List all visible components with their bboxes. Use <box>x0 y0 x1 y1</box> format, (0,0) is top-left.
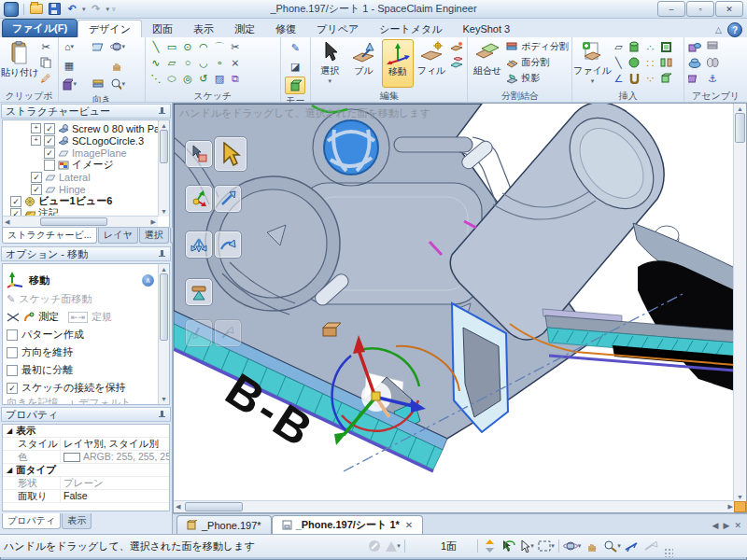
insert-line-icon[interactable]: ╲ <box>611 55 626 70</box>
properties-panel-header[interactable]: プロパティ <box>1 407 171 422</box>
tab-repair[interactable]: 修復 <box>265 21 306 37</box>
select-cursor-mini-button[interactable] <box>214 136 247 172</box>
insert-plane-icon[interactable]: ▱ <box>611 39 626 54</box>
structure-vertical-scrollbar[interactable]: ▲ ▼ <box>158 120 169 217</box>
tab-measure[interactable]: 測定 <box>224 21 265 37</box>
project-button[interactable]: 投影 <box>506 71 569 86</box>
tab-layers[interactable]: レイヤ <box>98 228 138 244</box>
doc-tab-sheet[interactable]: _Phone.197/シート 1* ✕ <box>272 515 424 534</box>
assembly-align-icon[interactable] <box>687 39 702 54</box>
tree-row[interactable]: ✓ ビュー1ビュー6 <box>3 195 158 207</box>
tree-row[interactable]: +✓ SCLogoCircle.3 <box>3 134 158 147</box>
property-row-chamfer[interactable]: 面取り False <box>3 490 169 503</box>
property-row-color[interactable]: 色 ARGB: 255, 255, 25 <box>3 451 169 464</box>
replace-face-icon[interactable] <box>449 39 464 54</box>
scrollbar-thumb[interactable] <box>40 217 107 226</box>
tab-display-props[interactable]: 表示 <box>62 513 92 529</box>
copy-icon[interactable] <box>38 55 53 70</box>
tab-keyshot[interactable]: KeyShot 3 <box>452 21 520 37</box>
tree-row[interactable]: ✓ Lateral <box>3 171 158 183</box>
tab-display[interactable]: 表示 <box>183 21 224 37</box>
pan-view-icon[interactable] <box>585 539 599 553</box>
scrollbar-thumb[interactable] <box>185 502 243 511</box>
sketch-trim-icon[interactable]: ✂ <box>228 39 243 54</box>
zoom-tool-icon[interactable]: ▾ <box>110 77 125 91</box>
scrollbar-thumb[interactable] <box>735 113 745 143</box>
option-remember-orientation[interactable]: 向きを記憶 ↓ デフォルト <box>3 397 158 404</box>
sketch-mode-button[interactable]: ✎ <box>285 39 305 57</box>
3d-box-icon[interactable]: ▾ <box>62 77 77 91</box>
doc-tab-model[interactable]: _Phone.197* <box>176 515 272 534</box>
fulcrum-mini-button[interactable] <box>185 278 213 306</box>
option-keep-sketch-connect[interactable]: ✓スケッチの接続を保持 <box>3 379 158 397</box>
pan-tool-icon[interactable] <box>110 58 125 73</box>
tab-design[interactable]: デザイン <box>78 20 142 37</box>
sketch-face-move-option[interactable]: ✎ スケッチ面移動 <box>3 290 158 308</box>
tab-list-close-icon[interactable]: ✕ <box>734 521 741 530</box>
cut-icon[interactable]: ✂ <box>38 39 53 54</box>
solid-mode-button[interactable] <box>285 77 305 94</box>
split-body-button[interactable]: ボディ分割 <box>506 39 569 54</box>
scrollbar-thumb[interactable] <box>160 130 168 163</box>
minimize-button[interactable]: – <box>657 1 685 17</box>
sketch-fillet-icon[interactable]: ↺ <box>196 71 211 86</box>
move-axes-mini-button[interactable] <box>185 185 213 213</box>
checkbox-checked[interactable]: ✓ <box>10 196 21 207</box>
property-row-shape[interactable]: 形状 プレーン <box>3 477 169 490</box>
rotate-mini-button[interactable] <box>214 231 242 259</box>
undo-caret-icon[interactable]: ▾ <box>82 6 86 13</box>
resize-grip[interactable] <box>664 548 673 557</box>
sketch-rectangle-icon[interactable]: ▭ <box>164 39 179 54</box>
viewport-horizontal-scrollbar[interactable]: ◀ ▶ <box>174 500 735 512</box>
home-view-button[interactable]: ⌂▾ <box>62 39 77 54</box>
expand-icon[interactable]: + <box>31 135 41 146</box>
tab-file[interactable]: ファイル(F) <box>2 19 78 37</box>
tree-row[interactable]: +✓ Screw 0 80 with Pa <box>3 122 158 134</box>
tab-properties[interactable]: プロパティ <box>2 513 61 529</box>
restore-button[interactable]: ▫ <box>686 1 714 17</box>
color-swatch[interactable] <box>63 453 80 462</box>
tab-prepare[interactable]: プリペア <box>306 21 369 37</box>
tab-sheetmetal[interactable]: シートメタル <box>369 21 452 37</box>
expand-icon[interactable]: + <box>31 123 41 133</box>
tab-scroll-right-icon[interactable]: ▶ <box>724 521 730 530</box>
checkbox-unchecked[interactable] <box>7 329 18 341</box>
redo-caret-icon[interactable]: ▾ <box>106 6 110 13</box>
assembly-tangent-icon[interactable] <box>687 71 702 86</box>
design-viewport[interactable]: B-B ハンドルをドラッグして、選択された面を移動します <box>173 103 747 513</box>
options-panel-header[interactable]: オプション - 移動 <box>1 246 171 261</box>
option-create-pattern[interactable]: パターン作成 <box>3 326 158 343</box>
pin-icon[interactable] <box>158 250 166 259</box>
pull-tool-button[interactable]: プル <box>347 39 379 88</box>
option-keep-direction[interactable]: 方向を維持 <box>3 343 158 361</box>
insert-file-button[interactable]: ファイル ▾ <box>575 39 609 88</box>
assembly-center-icon[interactable] <box>687 55 702 70</box>
sketch-polygon-icon[interactable]: ▱ <box>164 55 179 70</box>
structure-tree[interactable]: +✓ Screw 0 80 with Pa +✓ SCLogoCircle.3 … <box>2 119 170 228</box>
split-face-button[interactable]: 面分割 <box>506 55 569 70</box>
sketch-circle-icon[interactable]: ⊙ <box>180 39 195 54</box>
viewport-resize-corner[interactable] <box>734 501 746 512</box>
measure-status-icon[interactable] <box>625 539 640 553</box>
structure-panel-header[interactable]: ストラクチャービュー <box>1 104 171 119</box>
sketch-split-icon[interactable]: ⨯ <box>228 55 243 70</box>
insert-shell-icon[interactable] <box>658 39 673 54</box>
checkbox-unchecked[interactable] <box>7 365 18 376</box>
checkbox-checked[interactable]: ✓ <box>7 383 18 394</box>
ghost-mini-button[interactable] <box>185 319 213 347</box>
help-button[interactable]: ? <box>727 22 742 37</box>
viewport-vertical-scrollbar[interactable]: ▲ ▼ <box>733 104 746 502</box>
selection-spinner[interactable] <box>482 539 497 553</box>
app-icon[interactable] <box>4 2 19 17</box>
move-free-mini-button[interactable] <box>185 231 213 259</box>
sketch-fill-icon[interactable]: ▨ <box>212 71 227 86</box>
format-painter-icon[interactable]: 🖉 <box>38 71 53 86</box>
select-back-icon[interactable] <box>500 539 515 553</box>
tab-scroll-left-icon[interactable]: ◀ <box>712 521 719 530</box>
sketch-line-icon[interactable]: ╲ <box>148 39 163 54</box>
zoom-view-icon[interactable]: ▾ <box>603 539 621 553</box>
close-button[interactable]: ✕ <box>715 1 743 17</box>
fill-tool-button[interactable]: フィル <box>416 39 447 88</box>
property-section-facetype[interactable]: ◢面タイプ <box>3 464 169 477</box>
selection-box-icon[interactable]: ▾ <box>538 539 555 553</box>
